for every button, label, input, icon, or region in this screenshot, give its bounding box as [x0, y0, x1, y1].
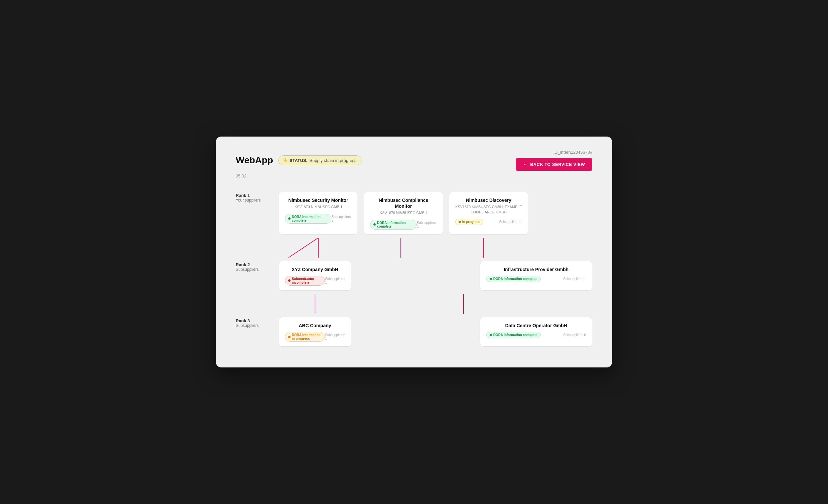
badge3-dot: [459, 221, 461, 223]
rank1-card-3[interactable]: Nimbusec Discovery KSV1870 NIMBUSEC GMBH…: [449, 192, 528, 234]
rank2-card1-title: XYZ Company GmbH: [285, 267, 345, 272]
rank1-card-1[interactable]: Nimbusec Security Monitor KSV1870 NIMBUS…: [279, 192, 358, 234]
rank2-label: Rank 2 Subsuppliers: [236, 258, 279, 272]
rank3-card1-badge: DORA information in progress: [285, 332, 325, 342]
rank1-card1-badge-text: DORA information complete: [292, 215, 328, 222]
rank3-card1-subsuppliers: Subsuppliers: 1: [325, 333, 345, 340]
rank3-cards: ABC Company DORA information in progress…: [279, 314, 592, 350]
rank3-card-1[interactable]: ABC Company DORA information in progress…: [279, 317, 351, 347]
rank1-cards: Nimbusec Security Monitor KSV1870 NIMBUS…: [279, 188, 592, 238]
rank2-card1-subsuppliers: Subsuppliers: 1: [325, 277, 345, 284]
header: WebApp ⚠ STATUS: Supply chain in progres…: [236, 150, 592, 171]
status-badge: ⚠ STATUS: Supply chain in progress: [278, 155, 362, 165]
status-label: STATUS:: [290, 158, 307, 163]
arrow-left-icon: ←: [523, 162, 528, 167]
rank3-card2-footer: DORA information complete Subsuppliers: …: [486, 332, 586, 338]
back-to-service-button[interactable]: ← BACK TO SERVICE VIEW: [516, 158, 592, 171]
rank2-card2-badge: DORA information complete: [486, 276, 541, 282]
rank3-title: Rank 3: [236, 318, 279, 323]
rank2-cards: XYZ Company GmbH Subcontractor incomplet…: [279, 258, 592, 294]
supply-chain: Rank 1 Your suppliers Nimbusec Security …: [236, 188, 592, 350]
rank3-card2-badge: DORA information complete: [486, 332, 541, 338]
rank2-sublabel: Subsuppliers: [236, 267, 279, 272]
rank3-label: Rank 3 Subsuppliers: [236, 314, 279, 328]
rank1-card1-footer: DORA information complete Subsuppliers: …: [285, 214, 351, 224]
header-left: WebApp ⚠ STATUS: Supply chain in progres…: [236, 155, 362, 166]
header-right: ID_intern12345678# ← BACK TO SERVICE VIE…: [516, 150, 592, 171]
r3-badge1-dot: [288, 336, 291, 338]
rank2-card1-footer: Subcontractor incomplete Subsuppliers: 1: [285, 276, 345, 286]
rank2-card-1[interactable]: XYZ Company GmbH Subcontractor incomplet…: [279, 261, 351, 290]
rank3-card1-badge-text: DORA information in progress: [292, 333, 322, 340]
main-screen: WebApp ⚠ STATUS: Supply chain in progres…: [216, 137, 612, 367]
badge1-dot: [288, 217, 291, 220]
rank1-card2-subtitle: KSV1870 NIMBUSEC GMBH: [370, 211, 437, 215]
rank3-card-2[interactable]: Data Centre Operator GmbH DORA informati…: [480, 317, 592, 347]
rank1-row: Rank 1 Your suppliers Nimbusec Security …: [236, 188, 592, 238]
rank1-card3-subtitle: KSV1870 NIMBUSEC GMBH, EXAMPLE COMPLIANC…: [455, 204, 522, 215]
back-button-label: BACK TO SERVICE VIEW: [530, 162, 585, 167]
connector2-svg: [279, 294, 592, 314]
rank2-card1-badge-text: Subcontractor incomplete: [292, 277, 322, 284]
rank3-card1-footer: DORA information in progress Subsupplier…: [285, 332, 345, 342]
rank3-card2-subsuppliers: Subsuppliers: 0: [563, 333, 586, 337]
rank3-card2-title: Data Centre Operator GmbH: [486, 323, 586, 328]
connector-svg: [279, 238, 592, 258]
id-text: ID_intern12345678#: [553, 150, 592, 155]
rank1-card2-title: Nimbusec Compliance Monitor: [370, 197, 437, 209]
rank1-title: Rank 1: [236, 193, 279, 198]
rank1-card2-badge: DORA information complete: [370, 220, 417, 230]
rank3-card2-badge-text: DORA information complete: [493, 333, 537, 337]
rank1-card2-footer: DORA information complete Subsuppliers: …: [370, 220, 437, 230]
svg-line-3: [289, 238, 318, 258]
r2-badge2-dot: [490, 278, 492, 280]
rank1-card1-title: Nimbusec Security Monitor: [285, 197, 351, 203]
rank1-card3-subsuppliers: Subsuppliers: 1: [499, 220, 522, 224]
status-text: Supply chain in progress: [309, 158, 356, 163]
rank2-row: Rank 2 Subsuppliers XYZ Company GmbH Sub…: [236, 258, 592, 294]
rank1-card1-badge: DORA information complete: [285, 214, 331, 224]
rank2-card2-badge-text: DORA information complete: [493, 277, 537, 281]
app-title: WebApp: [236, 155, 273, 166]
rank2-title: Rank 2: [236, 262, 279, 267]
rank3-spacer: [357, 317, 474, 347]
r2-badge1-dot: [288, 279, 291, 282]
rank1-card3-badge-text: in progress: [462, 220, 480, 224]
rank1-sublabel: Your suppliers: [236, 198, 279, 202]
connector-rank1-rank2: [279, 238, 592, 258]
rank3-card1-title: ABC Company: [285, 323, 345, 328]
rank2-spacer: [357, 261, 474, 290]
rank1-card3-badge: in progress: [455, 219, 483, 225]
rank2-card2-title: Infrastructure Provider Gmbh: [486, 267, 586, 272]
rank2-card2-subsuppliers: Subsuppliers: 1: [563, 277, 586, 281]
rank2-card1-badge: Subcontractor incomplete: [285, 276, 325, 286]
r3-badge2-dot: [490, 334, 492, 336]
rank1-card1-subsuppliers: Subsuppliers: 2: [331, 215, 351, 222]
rank2-card2-footer: DORA information complete Subsuppliers: …: [486, 276, 586, 282]
rank1-card2-badge-text: DORA information complete: [377, 221, 413, 228]
rank1-label: Rank 1 Your suppliers: [236, 188, 279, 202]
badge2-dot: [373, 223, 376, 226]
rank3-row: Rank 3 Subsuppliers ABC Company DORA inf…: [236, 314, 592, 350]
rank1-card3-footer: in progress Subsuppliers: 1: [455, 219, 522, 225]
date-label: 05.02: [236, 174, 592, 178]
rank1-card3-title: Nimbusec Discovery: [455, 197, 522, 203]
rank2-card-2[interactable]: Infrastructure Provider Gmbh DORA inform…: [480, 261, 592, 290]
rank1-card2-subsuppliers: Subsuppliers: 1: [417, 221, 437, 228]
warning-icon: ⚠: [283, 157, 288, 163]
rank1-card-2[interactable]: Nimbusec Compliance Monitor KSV1870 NIMB…: [364, 192, 443, 234]
rank1-card1-subtitle: KSV1870 NIMBUSEC GMBH: [285, 204, 351, 210]
connector-rank2-rank3: [279, 294, 592, 314]
rank3-sublabel: Subsuppliers: [236, 323, 279, 328]
